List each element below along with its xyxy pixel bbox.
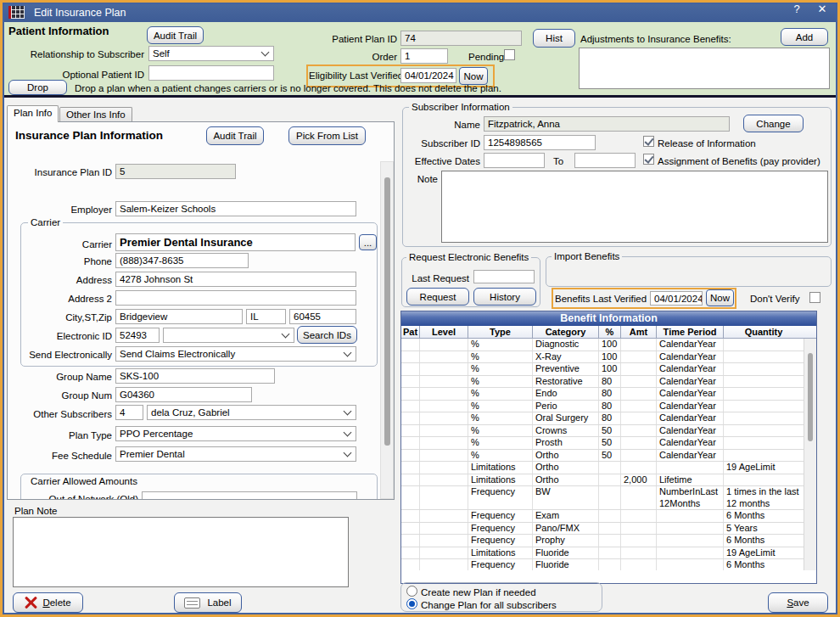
- request-button[interactable]: Request: [406, 288, 469, 306]
- benefit-row[interactable]: %Crowns50CalendarYear: [401, 425, 816, 438]
- benefit-cell: [420, 351, 468, 363]
- benefit-row[interactable]: LimitationsOrtho2,000Lifetime: [401, 474, 816, 487]
- benefit-cell: [657, 523, 724, 535]
- benefit-cell: [599, 523, 621, 535]
- employer-field[interactable]: Salem-Keizer Schools: [115, 201, 356, 216]
- benefit-cell: [657, 547, 724, 559]
- subscriber-note-label: Note: [395, 173, 438, 185]
- benefit-row[interactable]: %X-Ray100CalendarYear: [401, 351, 816, 364]
- app-icon: [8, 6, 25, 19]
- label-button[interactable]: Label: [174, 592, 242, 613]
- benefit-row[interactable]: FrequencyPano/FMX5 Years: [401, 523, 816, 536]
- help-button[interactable]: ?: [787, 3, 806, 15]
- city-field[interactable]: Bridgeview: [115, 309, 243, 324]
- group-num-field[interactable]: G04360: [115, 387, 252, 402]
- benefit-cell: CalendarYear: [657, 450, 724, 462]
- carrier-picker-button[interactable]: ...: [359, 234, 377, 250]
- benefit-row[interactable]: LimitationsOrtho19 AgeLimit: [401, 462, 816, 474]
- benefit-row[interactable]: %Prosth50CalendarYear: [401, 437, 816, 450]
- benefit-cell: CalendarYear: [657, 401, 724, 412]
- benefit-table-scroll-thumb[interactable]: [808, 353, 813, 441]
- add-adjustment-button[interactable]: Add: [781, 28, 828, 46]
- benefits-now-button[interactable]: Now: [706, 289, 734, 306]
- zip-field[interactable]: 60455: [289, 309, 356, 324]
- benefit-row[interactable]: %Diagnostic100CalendarYear: [401, 339, 816, 351]
- benefit-cell: [657, 535, 724, 547]
- change-plan-all-label: Change Plan for all subscribers: [421, 599, 557, 611]
- adjustments-box[interactable]: [579, 48, 830, 89]
- carrier-label: Carrier: [8, 238, 112, 250]
- send-electronically-select[interactable]: Send Claims Electronically: [115, 346, 356, 362]
- eligibility-date-field[interactable]: 04/01/2024: [400, 68, 456, 83]
- electronic-id-field[interactable]: 52493: [115, 328, 160, 343]
- optional-patient-id-label: Optional Patient ID: [8, 69, 144, 81]
- address-field[interactable]: 4278 Johnson St: [115, 272, 356, 287]
- close-button[interactable]: ✕: [813, 3, 832, 15]
- benefit-table-scrollbar[interactable]: [804, 339, 816, 570]
- benefit-cell: %: [468, 376, 533, 388]
- benefit-cell: [621, 401, 657, 412]
- benefit-row[interactable]: FrequencyExam6 Months: [401, 510, 816, 523]
- plan-note-textarea[interactable]: [13, 517, 349, 587]
- electronic-id-select[interactable]: [163, 328, 294, 343]
- benefit-cell: [621, 339, 657, 351]
- release-of-information-checkbox[interactable]: [643, 136, 654, 147]
- search-ids-button[interactable]: Search IDs: [297, 326, 357, 344]
- plan-panel-scrollbar[interactable]: [380, 161, 394, 499]
- pending-checkbox[interactable]: [504, 49, 515, 60]
- benefit-row[interactable]: %Oral Surgery80CalendarYear: [401, 412, 816, 425]
- state-field[interactable]: IL: [246, 309, 286, 324]
- plan-type-select[interactable]: PPO Percentage: [115, 426, 356, 441]
- create-new-plan-radio[interactable]: [406, 586, 417, 597]
- hist-button[interactable]: Hist: [533, 29, 575, 48]
- last-request-field[interactable]: [473, 270, 535, 283]
- benefit-cell: [621, 425, 657, 437]
- patient-audit-trail-button[interactable]: Audit Trail: [147, 26, 204, 44]
- benefit-row[interactable]: %Ortho50CalendarYear: [401, 450, 816, 463]
- benefit-cell: [724, 376, 804, 388]
- fee-schedule-select[interactable]: Premier Dental: [115, 446, 356, 462]
- carrier-field[interactable]: Premier Dental Insurance: [115, 233, 356, 251]
- subscriber-note-textarea[interactable]: [441, 171, 828, 243]
- save-button[interactable]: Save: [768, 592, 828, 613]
- drop-button[interactable]: Drop: [8, 80, 67, 95]
- phone-field[interactable]: (888)347-8635: [115, 253, 249, 268]
- pick-from-list-button[interactable]: Pick From List: [288, 126, 366, 145]
- other-subscribers-select[interactable]: dela Cruz, Gabriel: [147, 405, 356, 420]
- phone-label: Phone: [8, 255, 112, 267]
- plan-audit-trail-button[interactable]: Audit Trail: [206, 126, 264, 145]
- employer-label: Employer: [8, 204, 112, 216]
- benefit-row[interactable]: FrequencyProphy6 Months: [401, 535, 816, 547]
- tab-other-ins-info[interactable]: Other Ins Info: [59, 107, 132, 122]
- history-button[interactable]: History: [473, 288, 536, 306]
- order-field[interactable]: 1: [400, 48, 448, 64]
- address2-field[interactable]: [115, 290, 356, 306]
- subscriber-group-label: Subscriber Information: [409, 102, 512, 113]
- benefit-cell: [420, 376, 468, 388]
- effective-date-to-field[interactable]: [574, 153, 636, 168]
- plan-panel-scroll-thumb[interactable]: [384, 177, 390, 446]
- benefit-row[interactable]: %Restorative80CalendarYear: [401, 376, 816, 389]
- out-of-network-field[interactable]: [142, 491, 357, 500]
- benefit-row[interactable]: FrequencyFluoride6 Months: [401, 559, 816, 570]
- optional-patient-id-field[interactable]: [148, 65, 274, 81]
- effective-date-from-field[interactable]: [484, 153, 545, 168]
- benefit-row[interactable]: FrequencyBWNumberInLast 12Months1 times …: [401, 486, 816, 510]
- group-name-field[interactable]: SKS-100: [115, 368, 275, 384]
- benefit-row[interactable]: %Endo80CalendarYear: [401, 388, 816, 401]
- change-plan-all-radio[interactable]: [406, 598, 417, 609]
- subscriber-id-field[interactable]: 1254898565: [484, 135, 596, 150]
- insurance-plan-id-label: Insurance Plan ID: [8, 166, 112, 178]
- change-subscriber-button[interactable]: Change: [743, 115, 804, 132]
- benefit-row[interactable]: LimitationsFluoride19 AgeLimit: [401, 547, 816, 560]
- benefit-row[interactable]: %Perio80CalendarYear: [401, 401, 816, 413]
- benefit-cell: Limitations: [468, 474, 533, 486]
- assignment-of-benefits-checkbox[interactable]: [643, 154, 654, 165]
- delete-button[interactable]: Delete: [13, 592, 83, 613]
- benefits-last-verified-field[interactable]: 04/01/2024: [650, 291, 703, 306]
- benefit-cell: CalendarYear: [657, 425, 724, 437]
- dont-verify-checkbox[interactable]: [809, 292, 820, 303]
- relationship-select[interactable]: Self: [148, 46, 274, 61]
- tab-plan-info[interactable]: Plan Info: [7, 105, 59, 122]
- benefit-row[interactable]: %Preventive100CalendarYear: [401, 363, 816, 376]
